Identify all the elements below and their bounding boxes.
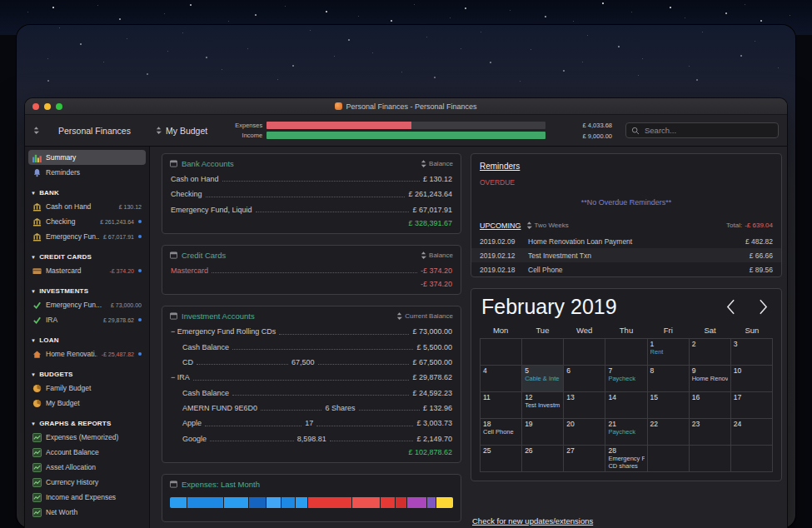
expense-segment[interactable] [224,497,249,508]
calendar-cell-18[interactable]: 18Cell Phone [481,419,521,445]
calendar-cell-13[interactable]: 13 [564,392,605,418]
sidebar-section-investments[interactable]: ▼INVESTMENTS [28,285,146,297]
sidebar-item-emergency-fun[interactable]: Emergency Fun...£ 67,017.91 [28,229,146,244]
sort-by-balance[interactable]: Balance [421,159,453,168]
sidebar-item-mastercard[interactable]: Mastercard-£ 374.20 [28,263,146,278]
sidebar-item-checking[interactable]: Checking£ 261,243.64 [28,214,146,229]
reminder-row[interactable]: 2019.02.12Test Investment Txn£ 66.66 [471,248,781,262]
account-row-mastercard[interactable]: Mastercard-£ 374.20 [162,263,461,278]
calendar-cell-14[interactable]: 14 [605,392,646,418]
search-input[interactable] [643,125,773,136]
calendar-cell-19[interactable]: 19 [522,419,563,445]
sort-by-balance[interactable]: Balance [421,251,453,260]
expense-segment[interactable] [381,497,395,508]
calendar-cell-1[interactable]: 1Rent [648,339,689,365]
calendar-cell-20[interactable]: 20 [564,419,605,445]
calendar-cell-10[interactable]: 10 [731,366,772,391]
expense-segment[interactable] [407,497,426,508]
calendar-cell-11[interactable]: 11 [481,392,521,418]
sidebar-section-budgets[interactable]: ▼BUDGETS [28,368,146,381]
account-row-apple[interactable]: Apple17£ 3,003.73 [162,416,461,431]
sidebar-item-ira[interactable]: IRA£ 29,878.62 [28,312,146,327]
upcoming-range-selector[interactable]: Two Weeks [526,221,569,230]
account-row-checking[interactable]: Checking£ 261,243.64 [162,187,461,202]
calendar-cell-15[interactable]: 15 [648,392,689,418]
account-row-emergency-fund-liquid[interactable]: Emergency Fund, Liquid£ 67,017.91 [162,202,461,217]
account-row-google[interactable]: Google8,598.81£ 2,149.70 [162,431,461,446]
sidebar-item-family-budget[interactable]: Family Budget [28,381,146,396]
expense-segment[interactable] [427,497,436,508]
calendar-cell-23[interactable]: 23 [690,419,730,445]
expense-segment[interactable] [187,497,223,508]
sidebar-item-home-renovati[interactable]: Home Renovati...-£ 25,487.82 [28,346,146,361]
calendar-cell-24[interactable]: 24 [731,419,772,445]
expense-segment[interactable] [249,497,266,508]
calendar-cell-28[interactable]: 28Emergency FCD shares [605,446,646,471]
calendar-cell-26[interactable]: 26 [522,446,563,471]
expense-segment[interactable] [308,497,352,508]
budget-selector[interactable]: My Budget [156,126,207,136]
sidebar-item-asset-allocation[interactable]: Asset Allocation [28,460,146,475]
expense-segment[interactable] [352,497,380,508]
reminder-row[interactable]: 2019.02.18Cell Phone£ 89.56 [471,262,781,276]
account-row-cash-balance[interactable]: Cash Balance£ 5,500.00 [162,340,461,355]
calendar-cell-5[interactable]: 5Cable & Inte [522,366,563,391]
sidebar-section-credit-cards[interactable]: ▼CREDIT CARDS [28,251,146,263]
sidebar-item-summary[interactable]: Summary [28,150,146,165]
check-updates-link[interactable]: Check for new updates/extensions [472,516,593,526]
sidebar-item-expenses-memorized[interactable]: Expenses (Memorized) [28,430,146,445]
sidebar-item-reminders[interactable]: Reminders [28,165,146,180]
minimize-window-button[interactable] [44,103,51,110]
close-window-button[interactable] [32,103,39,110]
account-row-cash-balance[interactable]: Cash Balance£ 24,592.23 [162,386,461,401]
expense-segment[interactable] [170,497,187,508]
calendar-cell-21[interactable]: 21Paycheck [605,419,646,445]
account-row-cash-on-hand[interactable]: Cash on Hand£ 130.12 [162,172,461,187]
account-row-amern-fund-9e6d0[interactable]: AMERN FUND 9E6D06 Shares£ 132.96 [162,401,461,416]
expense-segment[interactable] [281,497,296,508]
calendar-cell-9[interactable]: 9Home Renov [690,366,730,391]
reminder-row[interactable]: 2019.02.09Home Renovation Loan Payment£ … [471,234,781,248]
calendar-cell-7[interactable]: 7Paycheck [605,366,646,391]
sidebar-item-my-budget[interactable]: My Budget [28,396,146,411]
account-row-cd[interactable]: CD67,500£ 67,500.00 [162,355,461,370]
panel-window-icon[interactable] [170,481,177,488]
calendar-cell-27[interactable]: 27 [564,446,605,471]
panel-window-icon[interactable] [170,252,177,259]
sidebar-section-bank[interactable]: ▼BANK [28,187,146,199]
bank-total: £ 328,391.67 [162,217,461,233]
account-row-emergency-fund-rolling-cds[interactable]: − Emergency Fund Rolling CDs£ 73,000.00 [162,324,461,339]
calendar-cell-12[interactable]: 12Test Investm [522,392,563,418]
search-box[interactable] [625,122,779,138]
sidebar-section-loan[interactable]: ▼LOAN [28,334,146,346]
panel-window-icon[interactable] [170,312,177,320]
expense-segment[interactable] [267,497,281,508]
expense-segment[interactable] [296,497,306,508]
sidebar-item-emergency-fun[interactable]: Emergency Fun...£ 73,000.00 [28,297,146,312]
sidebar-section-graphs-reports[interactable]: ▼GRAPHS & REPORTS [28,417,146,430]
calendar-cell-8[interactable]: 8 [648,366,689,391]
calendar-cell-16[interactable]: 16 [690,392,730,418]
panel-window-icon[interactable] [170,160,177,167]
sidebar-item-account-balance[interactable]: Account Balance [28,445,146,460]
calendar-cell-22[interactable]: 22 [648,419,689,445]
calendar-cell-2[interactable]: 2 [690,339,730,365]
calendar-cell-25[interactable]: 25 [481,446,521,471]
sidebar-item-cash-on-hand[interactable]: Cash on Hand£ 130.12 [28,199,146,214]
expense-segment[interactable] [436,497,453,508]
zoom-window-button[interactable] [56,103,62,110]
calendar-next-button[interactable] [759,299,768,315]
calendar-cell-4[interactable]: 4 [481,366,521,391]
account-row-ira[interactable]: − IRA£ 29,878.62 [162,370,461,385]
expense-segment[interactable] [396,497,406,508]
sidebar-item-currency-history[interactable]: Currency History [28,475,146,490]
window-titlebar[interactable]: Personal Finances - Personal Finances [25,98,787,115]
calendar-cell-6[interactable]: 6 [564,366,605,391]
calendar-prev-button[interactable] [726,299,735,315]
sort-by-current-balance[interactable]: Current Balance [396,311,453,321]
calendar-cell-17[interactable]: 17 [731,392,772,418]
file-selector[interactable]: Personal Finances [33,125,131,136]
calendar-cell-3[interactable]: 3 [731,339,772,365]
sidebar-item-income-and-expenses[interactable]: Income and Expenses [28,490,146,505]
sidebar-item-net-worth[interactable]: Net Worth [28,505,146,520]
